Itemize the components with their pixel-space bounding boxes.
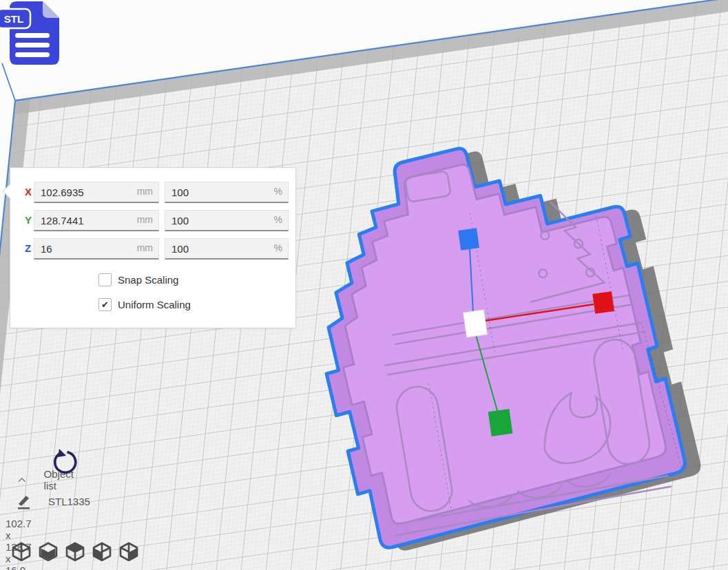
z-size-input[interactable] — [34, 239, 158, 258]
cube-left-filled-icon — [92, 541, 112, 562]
uniform-scaling-checkbox[interactable]: ✔ — [98, 298, 112, 311]
x-percent-field-wrap: % — [165, 182, 289, 203]
scale-handle-x-red[interactable] — [592, 291, 614, 314]
scale-handle-y-green[interactable] — [488, 409, 513, 436]
snap-scaling-row: Snap Scaling — [98, 273, 178, 286]
scale-handle-z-blue[interactable] — [458, 228, 479, 250]
x-size-field-wrap: mm — [34, 182, 159, 203]
cube-front-filled-icon — [38, 541, 59, 562]
cube-wireframe-icon — [11, 541, 32, 562]
build-volume-corner-edge — [2, 63, 15, 101]
x-size-input[interactable] — [34, 182, 158, 202]
snap-scaling-label: Snap Scaling — [118, 274, 178, 286]
application-window: STL X mm % Y mm % — [0, 0, 728, 570]
uniform-scaling-row: ✔ Uniform Scaling — [98, 297, 191, 311]
uniform-scaling-label: Uniform Scaling — [118, 299, 191, 310]
cube-top-filled-icon — [65, 541, 85, 562]
reset-ccw-arrow-icon — [50, 449, 79, 481]
y-percent-input[interactable] — [165, 211, 288, 230]
x-percent-input[interactable] — [165, 182, 288, 202]
scale-handle-center[interactable] — [464, 310, 488, 337]
z-percent-input[interactable] — [165, 239, 288, 258]
camera-view-toolbar — [11, 541, 139, 562]
cube-right-filled-icon — [118, 541, 139, 562]
pencil-icon — [17, 493, 32, 509]
view-left-button[interactable] — [92, 541, 112, 562]
view-right-button[interactable] — [118, 541, 139, 562]
snap-scaling-checkbox[interactable] — [98, 273, 112, 286]
view-3d-button[interactable] — [11, 541, 32, 562]
checkmark-icon: ✔ — [101, 300, 109, 309]
object-list-item[interactable]: STL1335 — [17, 493, 90, 509]
z-percent-field-wrap: % — [165, 238, 289, 260]
view-front-button[interactable] — [38, 541, 59, 562]
scale-row-x: X mm % — [10, 182, 295, 202]
scale-tool-panel: X mm % Y mm % Z mm — [10, 167, 296, 328]
reset-scale-button[interactable] — [50, 449, 79, 481]
chevron-up-icon — [18, 476, 26, 483]
object-item-label: STL1335 — [48, 496, 90, 507]
scale-row-y: Y mm % — [10, 210, 295, 231]
y-percent-field-wrap: % — [165, 210, 289, 231]
z-size-field-wrap: mm — [34, 238, 159, 260]
view-top-button[interactable] — [65, 541, 85, 562]
y-size-input[interactable] — [34, 211, 158, 230]
stl-badge-label: STL — [4, 13, 23, 25]
y-size-field-wrap: mm — [34, 210, 159, 231]
scale-row-z: Z mm % — [10, 238, 295, 259]
stl-file-icon: STL — [0, 0, 69, 69]
